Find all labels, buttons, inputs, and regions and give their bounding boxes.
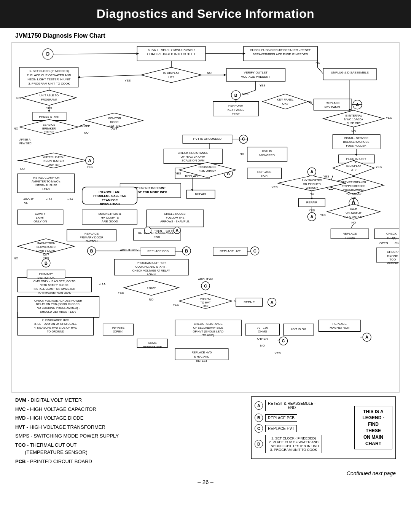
svg-text:THEN: THEN <box>154 229 162 233</box>
svg-text:NO: NO <box>207 71 212 75</box>
svg-text:HAVE: HAVE <box>350 208 357 211</box>
legend-pcb: PCB - PRINTED CIRCUIT BOARD <box>15 458 240 465</box>
svg-text:WIRING: WIRING <box>200 297 211 300</box>
svg-text:REPLACE HVD: REPLACE HVD <box>192 351 212 354</box>
svg-text:FEW SEC: FEW SEC <box>19 142 32 145</box>
continued-next-page: Continued next page <box>15 470 396 476</box>
svg-text:CHECK VOLTAGE ACROSS POWER: CHECK VOLTAGE ACROSS POWER <box>34 299 82 302</box>
svg-text:YES: YES <box>260 84 266 87</box>
svg-text:TRIPS?: TRIPS? <box>44 130 54 134</box>
svg-text:IS DISPLAY: IS DISPLAY <box>163 71 180 75</box>
svg-text:OK?: OK? <box>282 102 289 105</box>
svg-text:REPAIR: REPAIR <box>306 201 317 204</box>
svg-text:VERIFY OUTLET: VERIFY OUTLET <box>244 71 268 74</box>
svg-text:3. PROGRAM UNIT TO COOK: 3. PROGRAM UNIT TO COOK <box>28 82 70 85</box>
svg-text:NO: NO <box>260 344 265 347</box>
svg-text:HVT IS OK: HVT IS OK <box>291 328 306 331</box>
svg-text:PRESS START: PRESS START <box>39 115 60 118</box>
svg-text:RESOLUTION: RESOLUTION <box>100 203 119 206</box>
svg-text:UNIT ABLE TO: UNIT ABLE TO <box>40 94 59 97</box>
svg-text:PROGRAM UNIT FOR: PROGRAM UNIT FOR <box>137 261 166 265</box>
svg-text:NO COOKING PROGRAMMED) -: NO COOKING PROGRAMMED) - <box>37 306 80 310</box>
svg-text:MONITOR: MONITOR <box>108 117 121 120</box>
legend-section: DVM - DIGITAL VOLT METER HVC - HIGH VOLT… <box>15 396 396 466</box>
svg-text:PLUG IN UNIT: PLUG IN UNIT <box>346 157 366 161</box>
svg-text:OK?: OK? <box>112 128 117 131</box>
svg-text:LIT?: LIT? <box>168 75 175 79</box>
svg-text:SWITCH OK: SWITCH OK <box>37 276 55 280</box>
svg-text:WATER HEATS /: WATER HEATS / <box>43 155 65 159</box>
svg-text:ABOUT: ABOUT <box>23 198 34 201</box>
svg-text:YES: YES <box>320 213 326 217</box>
svg-text:OF HVC: 2K OHM: OF HVC: 2K OHM <box>181 155 206 158</box>
svg-text:OK?: OK? <box>203 304 209 308</box>
svg-text:B: B <box>234 93 237 97</box>
svg-text:YES: YES <box>173 303 179 307</box>
svg-text:INSTALL SERVICE: INSTALL SERVICE <box>344 136 368 140</box>
svg-text:RESISTANCE: RESISTANCE <box>198 165 216 169</box>
svg-text:A: A <box>310 214 313 219</box>
svg-text:YES: YES <box>275 351 281 355</box>
svg-text:REPLACE HVT: REPLACE HVT <box>220 249 241 253</box>
svg-text:YES: YES <box>323 175 329 178</box>
node-circle-b: B <box>255 414 263 422</box>
svg-text:OTHER: OTHER <box>257 337 268 340</box>
legend-left: DVM - DIGITAL VOLT METER HVC - HIGH VOLT… <box>15 396 240 466</box>
svg-text:MAGNETRON: MAGNETRON <box>330 326 349 329</box>
legend-right: A RETEST & REASSEMBLE -END B REPLACE PCB… <box>251 396 396 459</box>
svg-text:2. PLACE CUP OF WATER AND: 2. PLACE CUP OF WATER AND <box>27 73 71 77</box>
svg-text:< 1A: < 1A <box>99 283 106 286</box>
svg-text:A: A <box>365 335 368 339</box>
svg-text:LIT?: LIT? <box>351 168 357 171</box>
svg-text:C: C <box>204 284 207 288</box>
svg-text:4. MEASURE HVD SIDE OF HVC: 4. MEASURE HVD SIDE OF HVC <box>34 326 77 329</box>
svg-text:OF SECONDARY SIDE: OF SECONDARY SIDE <box>193 326 223 329</box>
svg-text:FUSE HOLDER: FUSE HOLDER <box>346 144 367 147</box>
svg-line-24 <box>80 75 141 77</box>
svg-text:ON?: ON? <box>43 253 49 256</box>
svg-text:YES: YES <box>272 185 278 189</box>
svg-text:LEAD: LEAD <box>42 187 50 191</box>
svg-text:AFTER A: AFTER A <box>19 138 30 141</box>
svg-text:CHECK FUSE/CIRCUIT BREAKER - R: CHECK FUSE/CIRCUIT BREAKER - RESET <box>250 48 311 52</box>
svg-text:PERFORM: PERFORM <box>228 104 244 107</box>
svg-text:ABOUT 0V: ABOUT 0V <box>198 278 213 281</box>
svg-text:SERVICE: SERVICE <box>43 123 56 126</box>
svg-text:RESISTANCE: RESISTANCE <box>143 345 162 349</box>
node-circle-a: A <box>255 401 263 410</box>
svg-text:CIRCLE NODES:: CIRCLE NODES: <box>164 212 186 216</box>
svg-text:70 - 150: 70 - 150 <box>257 326 268 329</box>
svg-text:KEY PANEL: KEY PANEL <box>228 108 244 112</box>
page-subtitle: JVM1750 Diagnosis Flow Chart <box>15 32 396 39</box>
svg-text:REPAIR: REPAIR <box>195 192 206 196</box>
svg-text:CHECK RESISTANCE: CHECK RESISTANCE <box>194 322 222 326</box>
svg-text:YES: YES <box>175 172 181 175</box>
svg-marker-27 <box>224 74 226 76</box>
svg-text:NO: NO <box>315 61 320 64</box>
svg-text:B: B <box>185 249 188 253</box>
svg-text:PROGRAM?: PROGRAM? <box>41 98 57 101</box>
svg-text:INFINITE: INFINITE <box>112 326 124 329</box>
svg-text:NEON TESTER: NEON TESTER <box>43 159 64 163</box>
svg-text:SMPS ON PCB?: SMPS ON PCB? <box>344 216 363 218</box>
legend-hvc: HVC - HIGH VOLTAGE CAPACITOR <box>15 406 240 413</box>
svg-text:YES: YES <box>87 165 93 169</box>
svg-text:REPLACE PCB: REPLACE PCB <box>147 249 169 253</box>
svg-text:VOLTAGE PRESENT: VOLTAGE PRESENT <box>241 75 270 78</box>
svg-text:OPEN: OPEN <box>379 241 388 245</box>
svg-text:A: A <box>310 169 313 174</box>
svg-text:PRIMARY DOOR: PRIMARY DOOR <box>80 236 104 239</box>
svg-text:REPAIR: REPAIR <box>387 254 398 257</box>
page-number: – 26 – <box>2 479 409 485</box>
svg-text:TO GROUND: TO GROUND <box>47 330 64 333</box>
svg-text:> 8A: > 8A <box>67 198 73 201</box>
legend-tco: TCO - THERMAL CUT OUT (TEMPERATURE SENSO… <box>15 441 240 456</box>
svg-text:MISWIRED: MISWIRED <box>259 153 275 157</box>
svg-text:120V?: 120V? <box>147 286 156 290</box>
svg-text:MAGNETRON: MAGNETRON <box>37 241 56 245</box>
svg-text:1. SET CLOCK (IF NEEDED): 1. SET CLOCK (IF NEEDED) <box>29 69 69 73</box>
svg-text:NO: NO <box>240 152 244 156</box>
svg-text:CORD PLUGGED INTO OUTLET: CORD PLUGGED INTO OUTLET <box>147 52 196 56</box>
svg-text:NO: NO <box>14 127 18 130</box>
svg-text:TEAM FOR: TEAM FOR <box>102 198 118 202</box>
